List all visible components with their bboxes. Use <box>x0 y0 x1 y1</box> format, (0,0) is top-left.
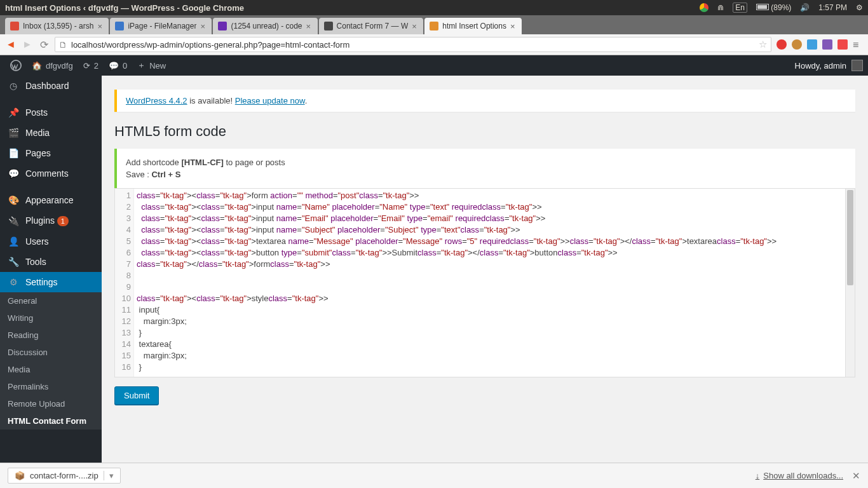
browser-tab[interactable]: iPage - FileManager× <box>110 18 212 34</box>
browser-tab[interactable]: (1254 unread) - code× <box>213 18 317 34</box>
browser-tabstrip: Inbox (13,595) - arsh×iPage - FileManage… <box>0 15 868 34</box>
tab-label: Inbox (13,595) - arsh <box>23 22 93 30</box>
reload-button[interactable]: ⟳ <box>38 39 50 51</box>
sidebar-item-label: Pages <box>25 148 51 158</box>
wifi-icon[interactable]: ⋒ <box>717 3 724 12</box>
sidebar-item-pages[interactable]: 📄Pages <box>0 143 102 163</box>
extensions: ≡ <box>776 39 863 50</box>
menu-icon: 👤 <box>8 236 19 247</box>
code-area[interactable]: class="tk-tag"><class="tk-tag">form acti… <box>134 189 845 377</box>
tab-label: (1254 unread) - code <box>231 22 302 30</box>
code-line: class="tk-tag"><class="tk-tag">input nam… <box>137 224 843 236</box>
submenu-item[interactable]: General <box>0 292 102 309</box>
sidebar-item-label: Plugins 1 <box>25 215 69 226</box>
window-title: html Insert Options ‹ dfgvdfg — WordPres… <box>5 3 700 13</box>
line-number: 10 <box>115 293 131 304</box>
ext-icon[interactable] <box>792 39 802 50</box>
line-number: 9 <box>115 281 131 293</box>
menu-icon: 💬 <box>8 168 19 179</box>
line-number: 1 <box>115 190 131 201</box>
submenu-item[interactable]: Discussion <box>0 344 102 361</box>
code-line <box>137 270 843 281</box>
sidebar-item-tools[interactable]: 🔧Tools <box>0 252 102 272</box>
update-now-link[interactable]: Please update now <box>235 96 305 105</box>
submenu-item[interactable]: Writing <box>0 309 102 327</box>
close-icon[interactable]: × <box>412 22 418 31</box>
wp-version-link[interactable]: WordPress 4.4.2 <box>126 96 187 105</box>
line-number: 7 <box>115 259 131 270</box>
back-button[interactable]: ◄ <box>5 39 17 50</box>
code-line: class="tk-tag"><class="tk-tag">button ty… <box>137 247 843 259</box>
ext-icon[interactable] <box>776 39 787 50</box>
close-icon[interactable]: × <box>306 22 313 31</box>
sound-icon[interactable]: 🔊 <box>800 3 810 12</box>
comment-icon: 💬 <box>109 61 119 71</box>
sidebar-item-plugins[interactable]: 🔌Plugins 1 <box>0 210 102 231</box>
menu-icon: 📄 <box>8 148 19 158</box>
browser-tab[interactable]: html Insert Options× <box>424 18 522 34</box>
info-line: Add shortcode [HTML-CF] to page or posts <box>126 158 846 167</box>
update-notice: WordPress 4.4.2 is available! Please upd… <box>114 90 855 112</box>
update-badge: 1 <box>57 216 69 226</box>
sidebar-item-posts[interactable]: 📌Posts <box>0 102 102 123</box>
lang-indicator[interactable]: En <box>733 3 747 13</box>
settings-submenu: GeneralWritingReadingDiscussionMediaPerm… <box>0 292 102 430</box>
wp-body: ◷Dashboard📌Posts🎬Media📄Pages💬Comments🎨Ap… <box>0 76 868 463</box>
battery-indicator[interactable]: (89%) <box>756 3 791 12</box>
code-line: textarea{ <box>137 339 843 350</box>
browser-tab[interactable]: Contact Form 7 — W× <box>319 18 424 34</box>
download-item[interactable]: 📦 contact-form-....zip ▾ <box>8 468 121 484</box>
ext-icon[interactable] <box>822 39 832 50</box>
sidebar-item-media[interactable]: 🎬Media <box>0 123 102 143</box>
close-shelf-button[interactable]: ✕ <box>852 470 860 482</box>
account-menu[interactable]: Howdy, admin <box>795 60 863 71</box>
comments-link[interactable]: 💬0 <box>104 55 132 76</box>
new-link[interactable]: ＋New <box>132 55 171 76</box>
clock[interactable]: 1:57 PM <box>818 3 847 12</box>
scroll-thumb[interactable] <box>847 190 853 285</box>
sidebar-item-appearance[interactable]: 🎨Appearance <box>0 190 102 210</box>
system-indicators: ⋒ En (89%) 🔊 1:57 PM ⚙ <box>700 3 863 13</box>
submenu-item[interactable]: Reading <box>0 327 102 344</box>
submenu-item[interactable]: Media <box>0 361 102 378</box>
content-area: WordPress 4.4.2 is available! Please upd… <box>102 76 868 463</box>
code-line: class="tk-tag"><class="tk-tag">input nam… <box>137 213 843 224</box>
sidebar-item-users[interactable]: 👤Users <box>0 231 102 252</box>
down-arrow-icon: ↓ <box>756 471 760 480</box>
line-number: 8 <box>115 270 131 281</box>
site-link[interactable]: 🏠dfgvdfg <box>27 55 78 76</box>
ext-icon[interactable] <box>837 39 848 50</box>
code-line: } <box>137 362 843 373</box>
wp-logo[interactable] <box>5 55 27 76</box>
line-number: 3 <box>115 213 131 224</box>
bookmark-icon[interactable]: ☆ <box>759 39 767 50</box>
menu-icon: 🎨 <box>8 195 19 205</box>
code-editor[interactable]: 12345678910111213141516 class="tk-tag"><… <box>114 188 855 377</box>
page-icon: 🗋 <box>59 40 67 50</box>
updates-link[interactable]: ⟳2 <box>78 55 104 76</box>
submenu-item[interactable]: HTML Contact Form <box>0 412 102 430</box>
close-icon[interactable]: × <box>510 22 517 31</box>
menu-icon[interactable]: ≡ <box>853 39 863 50</box>
browser-tab[interactable]: Inbox (13,595) - arsh× <box>5 18 109 34</box>
sidebar-item-label: Tools <box>25 257 46 267</box>
chrome-icon[interactable] <box>700 3 709 12</box>
scrollbar[interactable] <box>845 189 855 377</box>
show-all-downloads[interactable]: ↓ Show all downloads... <box>756 471 843 480</box>
chevron-down-icon[interactable]: ▾ <box>104 471 114 480</box>
plus-icon: ＋ <box>137 60 146 71</box>
favicon <box>115 22 124 30</box>
submit-button[interactable]: Submit <box>114 386 159 405</box>
sidebar-item-comments[interactable]: 💬Comments <box>0 163 102 184</box>
address-bar[interactable]: 🗋 localhost/wordpress/wp-admin/options-g… <box>55 37 771 52</box>
sidebar-item-label: Posts <box>25 107 48 118</box>
sidebar-item-dashboard[interactable]: ◷Dashboard <box>0 76 102 96</box>
submenu-item[interactable]: Remote Upload <box>0 395 102 412</box>
code-line: class="tk-tag"><class="tk-tag">input nam… <box>137 201 843 213</box>
ext-icon[interactable] <box>807 39 817 50</box>
submenu-item[interactable]: Permalinks <box>0 378 102 395</box>
sidebar-item-settings[interactable]: ⚙Settings <box>0 272 102 292</box>
gear-icon[interactable]: ⚙ <box>856 3 863 12</box>
close-icon[interactable]: × <box>97 22 104 31</box>
close-icon[interactable]: × <box>200 22 207 31</box>
